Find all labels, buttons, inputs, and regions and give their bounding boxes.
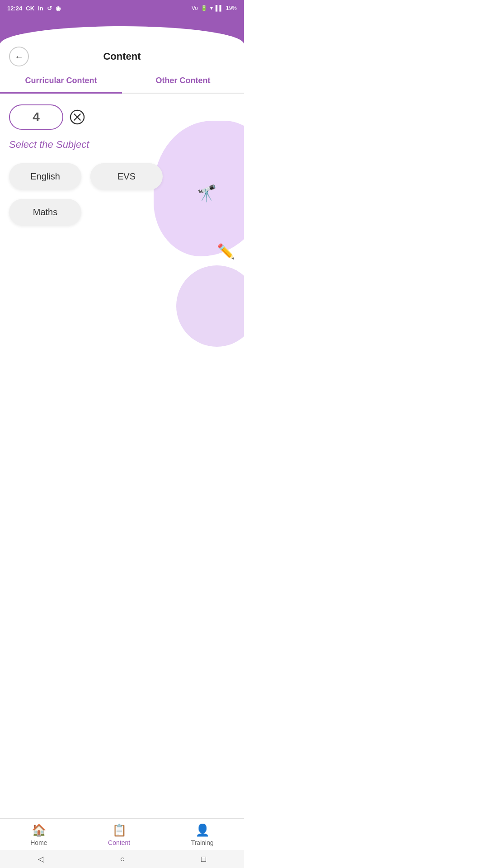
hotspot-icon: ◉ [56,5,61,12]
header-wave [0,16,244,43]
status-carrier: CK [26,5,34,12]
pencils-decoration: ✏️ [217,243,235,260]
subject-button-english[interactable]: English [9,163,81,190]
decoration-blob-2 [176,265,244,347]
linkedin-icon: in [38,5,43,12]
main-content: 🔭 ✏️ 4 Select the Subject English EVS Ma… [0,94,244,374]
tab-curricular-content[interactable]: Curricular Content [0,70,122,94]
clear-grade-button[interactable] [70,109,85,125]
grade-value: 4 [33,110,40,124]
status-right: Vo 🔋 ▾ ▌▌ 19% [192,5,237,11]
vowifi-icon: Vo [192,5,198,11]
subject-button-maths[interactable]: Maths [9,199,81,226]
status-left: 12:24 CK in ↺ ◉ [7,5,61,12]
subject-button-evs[interactable]: EVS [90,163,163,190]
status-time: 12:24 [7,5,22,12]
refresh-icon: ↺ [47,5,52,12]
tab-other-content[interactable]: Other Content [122,70,244,93]
battery-icon: 🔋 [201,5,207,11]
telescope-decoration: 🔭 [197,184,217,203]
battery-percent: 19% [226,5,237,11]
back-icon: ← [14,52,23,62]
grade-badge: 4 [9,104,63,130]
back-button[interactable]: ← [9,47,29,66]
tabs-container: Curricular Content Other Content [0,70,244,94]
app-header: ← Content [0,43,244,70]
page-title: Content [103,51,141,62]
wifi-icon: ▾ [210,5,213,11]
signal-icon: ▌▌ [216,5,223,11]
select-subject-label: Select the Subject [9,139,235,151]
status-bar: 12:24 CK in ↺ ◉ Vo 🔋 ▾ ▌▌ 19% [0,0,244,16]
grade-row: 4 [9,104,235,130]
